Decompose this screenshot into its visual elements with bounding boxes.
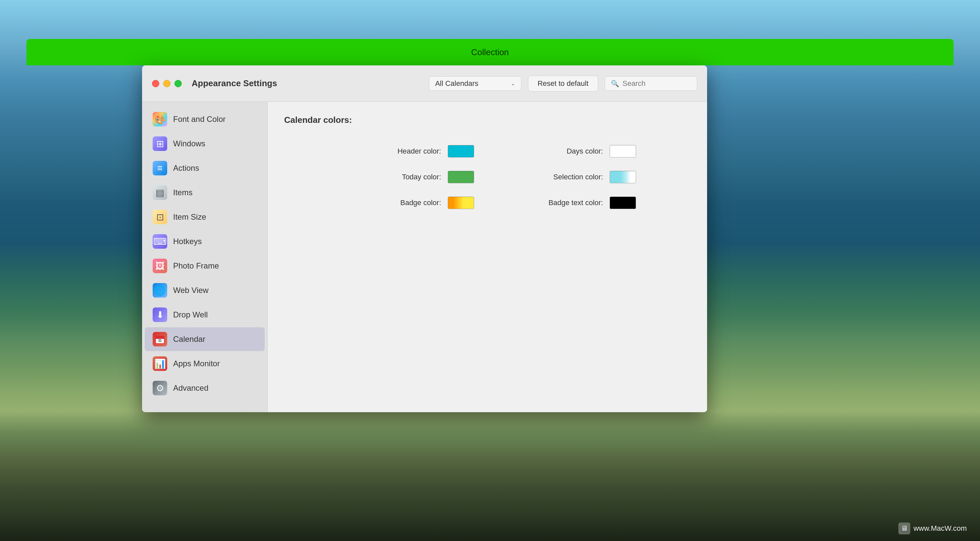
sidebar-item-label: Item Size [173, 213, 206, 222]
selection-color-row: Selection color: [501, 171, 636, 183]
actions-icon: ≡ [153, 161, 167, 175]
sidebar: 🎨 Font and Color ⊞ Windows ≡ Actions ▤ I… [142, 102, 267, 412]
dropdown-label: All Calendars [435, 79, 479, 88]
badge-text-color-swatch[interactable] [609, 197, 636, 209]
badge-text-color-row: Badge text color: [501, 197, 636, 209]
sidebar-item-actions[interactable]: ≡ Actions [145, 156, 265, 180]
svg-text:31: 31 [158, 339, 162, 343]
selection-color-label: Selection color: [554, 173, 603, 181]
sidebar-item-label: Drop Well [173, 310, 208, 319]
content-area: Calendar colors: Header color: Days colo… [267, 102, 707, 412]
sidebar-item-label: Actions [173, 163, 199, 173]
sidebar-item-windows[interactable]: ⊞ Windows [145, 132, 265, 155]
sidebar-item-label: Windows [173, 139, 205, 148]
sidebar-item-label: Photo Frame [173, 261, 219, 271]
badge-text-color-label: Badge text color: [549, 198, 603, 207]
section-title: Calendar colors: [284, 115, 690, 125]
watermark-icon: 🖥 [898, 522, 910, 535]
windows-icon: ⊞ [153, 136, 167, 151]
sidebar-item-label: Items [173, 188, 192, 197]
search-input[interactable] [622, 79, 682, 88]
minimize-button[interactable] [163, 80, 170, 87]
today-color-swatch[interactable] [448, 171, 474, 183]
color-settings-grid: Header color: Days color: Today color: S… [339, 145, 636, 209]
palette-icon: 🎨 [153, 112, 167, 127]
hotkeys-icon: ⌨ [153, 234, 167, 249]
photo-frame-icon: 🖼 [153, 259, 167, 273]
sidebar-item-label: Web View [173, 286, 208, 295]
window-header: Appearance Settings All Calendars ⌄ Rese… [142, 65, 707, 102]
watermark: 🖥 www.MacW.com [898, 522, 967, 535]
header-color-swatch[interactable] [448, 145, 474, 157]
sidebar-item-photo-frame[interactable]: 🖼 Photo Frame [145, 254, 265, 278]
sidebar-item-calendar[interactable]: 31 Calendar [145, 327, 265, 351]
watermark-text: www.MacW.com [913, 524, 967, 533]
badge-color-row: Badge color: [339, 197, 474, 209]
selection-color-swatch[interactable] [609, 171, 636, 183]
chevron-down-icon: ⌄ [511, 80, 515, 87]
badge-color-label: Badge color: [400, 198, 441, 207]
header-color-row: Header color: [339, 145, 474, 157]
calendar-dropdown[interactable]: All Calendars ⌄ [429, 76, 522, 91]
maximize-button[interactable] [175, 80, 182, 87]
items-icon: ▤ [153, 185, 167, 200]
sidebar-item-web-view[interactable]: 🌐 Web View [145, 278, 265, 302]
today-color-row: Today color: [339, 171, 474, 183]
sidebar-item-items[interactable]: ▤ Items [145, 181, 265, 205]
reset-default-button[interactable]: Reset to default [528, 76, 598, 92]
sidebar-item-apps-monitor[interactable]: 📊 Apps Monitor [145, 352, 265, 376]
sidebar-item-hotkeys[interactable]: ⌨ Hotkeys [145, 230, 265, 253]
search-icon: 🔍 [611, 79, 619, 87]
sidebar-item-label: Advanced [173, 384, 208, 393]
window-body: 🎨 Font and Color ⊞ Windows ≡ Actions ▤ I… [142, 102, 707, 412]
app-title: Collection [471, 47, 509, 57]
sidebar-item-label: Font and Color [173, 114, 226, 124]
badge-color-swatch[interactable] [448, 197, 474, 209]
web-view-icon: 🌐 [153, 283, 167, 298]
sidebar-item-label: Hotkeys [173, 237, 202, 246]
advanced-icon: ⚙ [153, 381, 167, 395]
svg-rect-1 [156, 336, 164, 339]
header-color-label: Header color: [398, 147, 441, 155]
main-window: Appearance Settings All Calendars ⌄ Rese… [142, 65, 707, 412]
close-button[interactable] [152, 80, 159, 87]
window-title: Appearance Settings [192, 78, 277, 89]
days-color-row: Days color: [501, 145, 636, 157]
calendar-icon: 31 [153, 332, 167, 346]
item-size-icon: ⊡ [153, 210, 167, 224]
days-color-label: Days color: [566, 147, 603, 155]
app-title-bar: Collection [26, 39, 954, 65]
sidebar-item-advanced[interactable]: ⚙ Advanced [145, 376, 265, 400]
today-color-label: Today color: [402, 173, 441, 181]
drop-well-icon: ⬇ [153, 308, 167, 322]
search-box: 🔍 [605, 76, 697, 91]
sidebar-item-label: Calendar [173, 335, 205, 344]
days-color-swatch[interactable] [609, 145, 636, 157]
traffic-lights [152, 80, 182, 87]
sidebar-item-label: Apps Monitor [173, 359, 220, 368]
sidebar-item-drop-well[interactable]: ⬇ Drop Well [145, 303, 265, 327]
apps-monitor-icon: 📊 [153, 356, 167, 371]
sidebar-item-font-and-color[interactable]: 🎨 Font and Color [145, 107, 265, 131]
sidebar-item-item-size[interactable]: ⊡ Item Size [145, 205, 265, 229]
